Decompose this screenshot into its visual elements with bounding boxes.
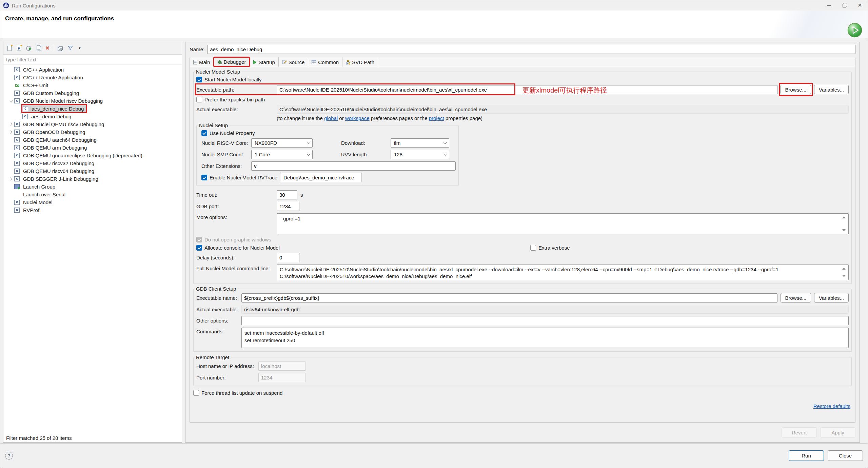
run-button[interactable]: Run — [789, 450, 824, 461]
tree-item[interactable]: GDB QEMU arm Debugging — [3, 144, 182, 152]
tree-item[interactable]: GDB QEMU riscv64 Debugging — [3, 167, 182, 175]
delete-configuration-icon[interactable]: ✕ — [43, 44, 52, 52]
configurations-toolbar: ✕ ▼ — [3, 42, 182, 54]
tree-item[interactable]: C/C++ Application — [3, 66, 182, 74]
tree-item[interactable]: GDB Custom Debugging — [3, 89, 182, 97]
tree-item[interactable]: Nuclei Model — [3, 198, 182, 206]
filter-input[interactable] — [3, 55, 182, 64]
extra-verbose-checkbox[interactable] — [530, 245, 536, 251]
cmdline-label: Full Nuclei Model command line: — [196, 265, 277, 271]
collapse-all-icon[interactable] — [57, 44, 65, 52]
minimize-icon[interactable] — [821, 0, 836, 11]
global-link[interactable]: global — [324, 115, 338, 121]
more-options-textarea[interactable]: --gprof=1 — [277, 213, 849, 234]
other-ext-label: Other Extensions: — [201, 163, 251, 169]
tree-item[interactable]: RVProf — [3, 206, 182, 214]
gdb-actual-label: Actual executable: — [196, 307, 241, 312]
filter-configurations-icon[interactable] — [66, 44, 74, 52]
expander-closed-icon[interactable] — [8, 123, 14, 125]
host-row: Host name or IP address: localhost — [196, 362, 849, 371]
selected-config-highlight: aes_demo_nice Debug — [22, 105, 86, 112]
tree-item[interactable]: GDB QEMU gnuarmeclipse Debugging (Deprec… — [3, 152, 182, 159]
gdb-port-input[interactable] — [277, 202, 299, 211]
gdb-other-options-input[interactable] — [241, 316, 849, 325]
tree-item[interactable]: Launch over Serial — [3, 191, 182, 198]
timeout-input[interactable] — [277, 190, 297, 199]
core-select[interactable]: NX900FD — [251, 138, 313, 148]
gdb-exec-input[interactable] — [241, 293, 777, 303]
export-configurations-icon[interactable] — [24, 44, 33, 52]
download-select[interactable]: ilm — [391, 138, 449, 148]
main-tab-icon — [193, 60, 197, 64]
chevron-down-icon — [443, 141, 447, 144]
force-thread-checkbox[interactable] — [193, 390, 199, 396]
tab-source[interactable]: Source — [279, 57, 309, 67]
new-configuration-icon[interactable] — [5, 44, 14, 52]
close-icon[interactable] — [852, 0, 868, 11]
tree-item[interactable]: GDB QEMU riscv32 Debugging — [3, 159, 182, 167]
banner: Create, manage, and run configurations — [0, 11, 868, 38]
new-prototype-icon[interactable] — [15, 44, 23, 52]
tree-item[interactable]: Launch Group — [3, 183, 182, 191]
duplicate-configuration-icon[interactable] — [34, 44, 42, 52]
revert-button[interactable]: Revert — [782, 427, 817, 437]
c-app-icon — [14, 137, 20, 142]
gdb-browse-button[interactable]: Browse... — [781, 293, 811, 303]
c-app-icon — [14, 67, 20, 72]
expander-open-icon[interactable] — [8, 100, 14, 102]
preferences-hint: (to change it use the global or workspac… — [277, 115, 849, 121]
delay-input[interactable] — [277, 253, 299, 262]
timeout-unit: s — [300, 192, 303, 198]
prefer-xpacks-checkbox[interactable] — [196, 97, 202, 102]
configurations-tree: C/C++ Application C/C++ Remote Applicati… — [3, 64, 182, 433]
tab-debugger[interactable]: Debugger — [214, 57, 250, 66]
browse-button[interactable]: Browse... — [781, 85, 811, 94]
tab-startup[interactable]: Startup — [249, 57, 278, 67]
gdb-port-row: GDB port: — [196, 202, 849, 211]
variables-button[interactable]: Variables... — [814, 85, 849, 94]
cmdline-value[interactable]: C:\software\NucleiIDE-202510\NucleiStudi… — [277, 265, 849, 280]
tab-main[interactable]: Main — [190, 57, 214, 67]
workspace-link[interactable]: workspace — [345, 115, 370, 121]
smp-select[interactable]: 1 Core — [251, 150, 313, 159]
rvtrace-checkbox[interactable] — [201, 175, 207, 180]
rvtrace-file-input[interactable] — [281, 173, 361, 182]
gdb-commands-textarea[interactable]: set mem inaccessible-by-default off set … — [241, 328, 849, 348]
expander-closed-icon[interactable] — [8, 178, 14, 180]
start-locally-row: Start Nuclei Model locally — [196, 77, 849, 82]
other-extensions-input[interactable] — [251, 161, 456, 171]
restore-defaults-link[interactable]: Restore defaults — [813, 403, 850, 409]
tree-item[interactable]: aes_demo Debug — [3, 113, 182, 120]
config-name-input[interactable] — [207, 45, 855, 54]
c-app-icon — [14, 75, 20, 80]
rvv-select[interactable]: 128 — [391, 150, 449, 159]
gdb-variables-button[interactable]: Variables... — [814, 293, 849, 303]
tree-item-selected[interactable]: aes_demo_nice Debug — [3, 105, 182, 113]
host-label: Host name or IP address: — [196, 363, 258, 369]
tree-item[interactable]: GDB QEMU aarch64 Debugging — [3, 136, 182, 144]
download-label: Download: — [341, 140, 391, 146]
tab-svd-path[interactable]: SVD Path — [342, 57, 378, 67]
help-icon[interactable] — [5, 452, 13, 460]
apply-button[interactable]: Apply — [820, 427, 855, 437]
prefer-xpacks-row: Prefer the xpacks/.bin path — [196, 97, 849, 102]
restore-icon[interactable] — [836, 0, 852, 11]
start-locally-checkbox[interactable] — [196, 77, 202, 82]
tree-item[interactable]: C/C++ Remote Application — [3, 74, 182, 81]
tree-item[interactable]: GDB Nuclei QEMU riscv Debugging — [3, 120, 182, 128]
project-link[interactable]: project — [429, 115, 444, 121]
nuclei-model-setup-group: Nuclei Model Setup Start Nuclei Model lo… — [193, 72, 852, 284]
tree-item[interactable]: GDB Nuclei Model riscv Debugging — [3, 97, 182, 105]
tree-item[interactable]: GDB OpenOCD Debugging — [3, 128, 182, 136]
close-button[interactable]: Close — [828, 450, 863, 461]
no-graphic-row: Do not open graphic windows — [196, 237, 849, 242]
tab-common[interactable]: Common — [308, 57, 342, 67]
exec-path-label: Executable path: — [196, 87, 277, 93]
allocate-console-checkbox[interactable] — [196, 245, 202, 251]
tree-item[interactable]: GDB SEGGER J-Link Debugging — [3, 175, 182, 183]
tree-item[interactable]: C/C++ Unit — [3, 81, 182, 89]
toolbar-menu-arrow-icon[interactable]: ▼ — [76, 44, 84, 52]
use-nuclei-property-checkbox[interactable] — [201, 130, 207, 136]
gdb-exec-name-row: Executable name: Browse... Variables... — [196, 293, 849, 303]
expander-closed-icon[interactable] — [8, 131, 14, 133]
